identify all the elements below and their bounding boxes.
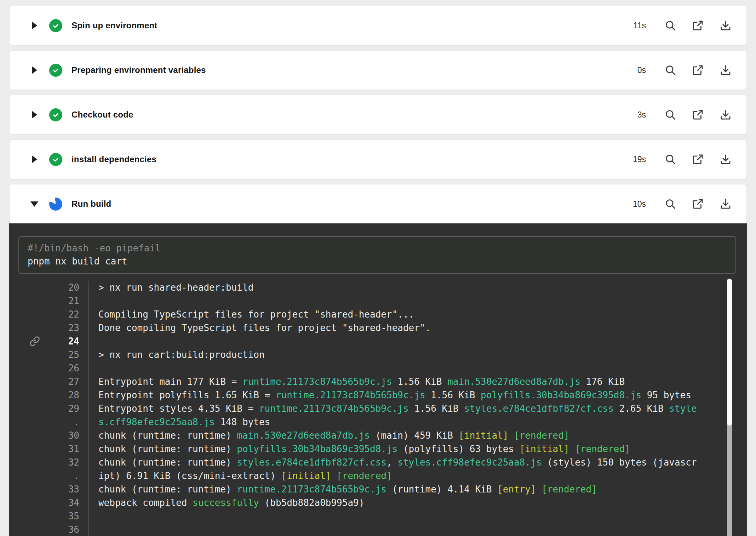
log-segment [569,444,575,454]
line-number[interactable]: 24 [46,335,89,348]
open-in-new-icon[interactable] [692,109,704,121]
open-in-new-icon[interactable] [692,153,704,165]
log-line: 21 [9,294,747,308]
log-segment[interactable]: runtime.21173c874b565b9c.js [237,484,386,495]
line-number[interactable]: 34 [46,496,89,509]
log-segment: [rendered] [575,444,630,454]
line-number[interactable]: 33 [46,483,89,496]
log-segment[interactable]: styles.e784ce1dfbf827cf.css [237,457,386,468]
line-text: chunk (runtime: runtime) runtime.21173c8… [89,483,597,496]
status-icon [49,19,62,32]
step-duration: 0s [618,65,646,75]
line-number[interactable]: . [46,415,89,429]
log-segment[interactable]: s.cff98efec9c25aa8.js [98,417,215,427]
download-icon[interactable] [720,109,732,121]
line-number[interactable]: 28 [46,388,89,402]
log-segment[interactable]: style [669,403,697,414]
log-segment: 1.56 KiB [409,403,464,414]
log-line: 27 Entrypoint main 177 KiB = runtime.211… [9,375,747,388]
search-icon[interactable] [664,19,676,32]
download-icon[interactable] [720,19,732,32]
expander-icon[interactable] [31,66,38,74]
log-segment: chunk (runtime: runtime) [98,484,237,495]
log-segment: Compiling TypeScript files for project "… [98,309,414,320]
line-text: Done compiling TypeScript files for proj… [89,321,431,335]
step-duration: 10s [618,199,646,209]
log-segment: webpack compiled [98,497,193,508]
line-number[interactable]: 29 [46,402,89,415]
log-segment: chunk (runtime: runtime) [98,430,237,441]
log-segment: 1.56 KiB [392,376,448,387]
step-row[interactable]: Checkout code 3s [9,95,747,135]
scrollbar-thumb[interactable] [727,279,732,426]
step-row[interactable]: install dependencies 19s [9,139,747,179]
log-segment: [initial] [281,471,331,481]
log-segment: 176 KiB [580,376,625,387]
log-segment[interactable]: runtime.21173c874b565b9c.js [242,376,392,387]
command-box: #!/bin/bash -eo pipefail pnpm nx build c… [18,236,736,274]
download-icon[interactable] [720,64,732,76]
search-icon[interactable] [664,153,676,165]
line-number[interactable]: 21 [46,294,89,308]
log-segment[interactable]: runtime.21173c874b565b9c.js [276,390,425,400]
log-segment [536,484,542,495]
line-number[interactable]: 27 [46,375,89,388]
search-icon[interactable] [664,198,676,210]
search-icon[interactable] [664,109,676,121]
step-title: Preparing environment variables [71,65,206,75]
step-row[interactable]: Preparing environment variables 0s [9,50,747,90]
log-segment[interactable]: polyfills.30b34ba869c395d8.js [481,390,641,400]
search-icon[interactable] [664,64,676,76]
log-line: 20 > nx run shared-header:build [9,281,747,294]
log-segment[interactable]: main.530e27d6eed8a7db.js [447,376,580,387]
log-segment: 95 bytes [641,390,691,400]
step-row[interactable]: Run build 10s [9,184,747,223]
step-row[interactable]: Spin up environment 11s [9,6,747,45]
line-number[interactable]: 23 [46,321,89,335]
expander-icon[interactable] [31,155,38,163]
download-icon[interactable] [720,198,732,210]
line-number[interactable]: 36 [46,523,89,536]
step-duration: 3s [618,110,646,120]
command-shebang: #!/bin/bash -eo pipefail [28,242,727,255]
line-number[interactable]: 30 [46,429,89,442]
open-in-new-icon[interactable] [692,19,704,32]
step-actions [664,198,746,210]
log-segment: ipt) 6.91 KiB (css/mini-extract) [98,471,281,481]
status-icon [49,108,62,121]
log-segment [331,471,337,481]
line-number[interactable]: 35 [46,509,89,523]
line-number[interactable]: 32 [46,456,89,469]
line-number[interactable]: 25 [46,348,89,361]
log-segment[interactable]: main.530e27d6eed8a7db.js [237,430,370,441]
line-text: Entrypoint styles 4.35 KiB = runtime.211… [89,402,697,415]
line-number[interactable]: 22 [46,308,89,321]
log-segment: (styles) 150 bytes (javascr [542,457,697,468]
line-number[interactable]: 20 [46,281,89,294]
log-segment[interactable]: styles.cff98efec9c25aa8.js [397,457,542,468]
open-in-new-icon[interactable] [692,198,704,210]
open-in-new-icon[interactable] [692,64,704,76]
log-segment[interactable]: styles.e784ce1dfbf827cf.css [464,403,614,414]
log-line: 31 chunk (runtime: runtime) polyfills.30… [9,442,747,456]
line-number[interactable]: . [46,469,89,483]
scrollbar[interactable] [727,279,732,536]
line-number[interactable]: 26 [46,361,89,375]
log-segment: > nx run shared-header:build [98,282,253,293]
log-segment[interactable]: runtime.21173c874b565b9c.js [259,403,409,414]
download-icon[interactable] [720,153,732,165]
expander-icon[interactable] [31,111,38,119]
expander-icon[interactable] [31,22,38,29]
log-segment [508,430,514,441]
log-segment[interactable]: polyfills.30b34ba869c395d8.js [237,444,397,454]
log-segment: > nx run cart:build:production [98,349,265,360]
line-text: Entrypoint main 177 KiB = runtime.21173c… [89,375,625,388]
line-number[interactable]: 31 [46,442,89,456]
link-icon[interactable] [23,335,46,348]
log-line: 36 [9,523,747,536]
step-actions [664,153,746,165]
line-text [89,523,98,536]
running-pie-icon [49,198,62,211]
log-line: 32 chunk (runtime: runtime) styles.e784c… [9,456,747,469]
expander-icon[interactable] [31,201,38,207]
